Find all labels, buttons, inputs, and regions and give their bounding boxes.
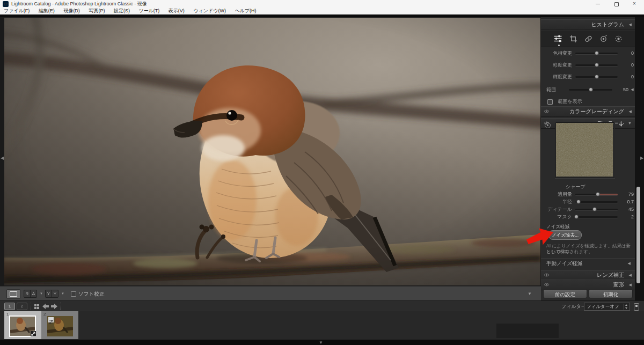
filter-switch-icon[interactable] (634, 303, 639, 311)
saturation-shift-value: 0 (621, 62, 635, 68)
detail-slider[interactable] (575, 209, 618, 210)
filter-dropdown[interactable]: フィルターオフ (584, 303, 630, 311)
panel-toggle-eye-icon[interactable] (544, 273, 550, 277)
close-button[interactable]: × (625, 0, 643, 8)
reference-view-button[interactable]: RA (24, 290, 37, 298)
loupe-view-button[interactable] (6, 289, 20, 299)
redeye-icon[interactable] (599, 35, 608, 43)
masking-icon[interactable] (614, 35, 623, 43)
menu-edit[interactable]: 編集(E) (39, 8, 55, 14)
panel-toggle-eye-icon[interactable] (544, 109, 550, 114)
masking-value: 2 (621, 214, 635, 219)
amount-red-zone (598, 194, 618, 195)
sharpen-amount-row: 適用量 79 (541, 190, 635, 198)
heal-icon[interactable] (584, 35, 592, 43)
radius-slider[interactable] (575, 201, 618, 203)
detail-label: ディテール (541, 206, 575, 213)
crop-icon[interactable] (569, 35, 577, 43)
color-grading-panel-header[interactable]: カラーグレーディング ◀ (541, 106, 635, 117)
amount-slider[interactable] (575, 194, 618, 195)
reference-view-dropdown[interactable]: ▼ (40, 287, 43, 301)
filmstrip: 1 2 (0, 311, 644, 340)
saturation-shift-label: 彩度変更 (541, 62, 575, 69)
manual-noise-reduction-label: 手動ノイズ軽減 (546, 259, 582, 268)
loupe-icon (10, 291, 17, 297)
before-after-dropdown[interactable]: ▼ (61, 287, 64, 301)
detail-zoom-target-icon[interactable] (545, 122, 551, 128)
saturation-shift-slider[interactable] (575, 64, 618, 66)
range-slider[interactable] (569, 89, 612, 91)
hue-shift-row: 色相変更 0 (541, 49, 635, 57)
filmstrip-thumbnail-1[interactable]: 1 (4, 311, 41, 339)
previous-settings-button[interactable]: 前の設定 (543, 289, 587, 298)
photo-canvas[interactable] (4, 18, 540, 285)
second-window-button[interactable]: 2 (17, 303, 27, 310)
filmstrip-header: 1 2 フィルター: フィルターオフ (0, 300, 644, 312)
show-left-panel-arrow[interactable]: ◀ (1, 156, 4, 161)
minimize-button[interactable] (589, 0, 607, 8)
lens-corrections-panel-header[interactable]: レンズ補正 ◀ (541, 270, 635, 281)
sharpen-detail-row: ディテール 45 (541, 205, 635, 213)
hide-filmstrip-arrow[interactable]: ▼ (319, 340, 323, 345)
main-window-button[interactable]: 1 (4, 303, 15, 310)
reset-button[interactable]: 初期化 (589, 289, 633, 298)
menu-settings[interactable]: 設定(S) (114, 8, 130, 14)
filmstrip-thumbnail-2[interactable]: 2 (41, 311, 78, 339)
range-expand-icon[interactable]: ◀ (630, 87, 635, 92)
window-title: Lightroom Catalog - Adobe Photoshop Ligh… (11, 0, 147, 8)
filter-value: フィルターオフ (587, 303, 619, 310)
hue-shift-value: 0 (621, 50, 635, 56)
before-after-button[interactable]: YY (45, 290, 58, 298)
menu-file[interactable]: ファイル(F) (4, 8, 30, 14)
menu-develop[interactable]: 現像(D) (63, 8, 80, 14)
toolbar: RA ▼ YY ▼ ソフト校正 ▼ (0, 286, 541, 301)
basic-adjust-icon[interactable] (553, 34, 562, 43)
minimize-icon (596, 4, 600, 4)
menu-photo[interactable]: 写真(P) (89, 8, 105, 14)
toolbar-content-dropdown[interactable]: ▼ (528, 287, 532, 301)
histogram-panel-header[interactable]: ヒストグラム ◀ (541, 19, 635, 30)
right-panel: ヒストグラム ◀ 色相変更 (541, 17, 635, 300)
menu-tools[interactable]: ツール(T) (138, 8, 159, 14)
title-bar: Lr Lightroom Catalog - Adobe Photoshop L… (0, 0, 644, 8)
luminance-shift-value: 0 (621, 74, 635, 79)
luminance-shift-slider[interactable] (575, 76, 618, 78)
radius-value: 0.7 (621, 199, 635, 204)
masking-slider[interactable] (575, 216, 618, 218)
denoise-description-line2: として保存されます。 (546, 249, 632, 255)
sharpen-section-label: シャープ (566, 183, 586, 190)
hue-shift-label: 色相変更 (541, 50, 575, 57)
menu-window[interactable]: ウィンドウ(W) (193, 8, 226, 14)
adjustment-badge-icon[interactable] (31, 331, 36, 336)
saturation-shift-row: 彩度変更 0 (541, 61, 635, 69)
range-row: 範囲 50 ◀ (541, 86, 635, 93)
menu-view[interactable]: 表示(V) (169, 8, 185, 14)
go-back-icon[interactable] (42, 304, 49, 309)
show-range-checkbox[interactable] (547, 99, 553, 105)
divider (60, 303, 61, 310)
masking-label: マスク (541, 214, 575, 221)
hue-shift-slider[interactable] (575, 53, 618, 54)
collapse-icon: ◀ (629, 270, 632, 280)
amount-value: 79 (621, 192, 635, 197)
hide-right-panel-arrow[interactable]: ▶ (640, 156, 643, 161)
lightroom-app-icon: Lr (3, 1, 9, 7)
preview-collapse-icon[interactable]: ▼ (619, 123, 623, 127)
noise-preview-image (556, 123, 613, 177)
thumb-index: 1 (6, 312, 9, 317)
expand-icon: ▼ (628, 119, 632, 128)
manual-noise-reduction-header[interactable]: 手動ノイズ軽減 ◀ (541, 258, 635, 268)
maximize-button[interactable] (607, 0, 625, 8)
detail-preview[interactable] (555, 122, 614, 178)
panel-toggle-eye-icon[interactable] (544, 282, 550, 287)
main-image-area: ◀ (0, 17, 541, 286)
panel-scrollbar[interactable] (636, 187, 640, 283)
transform-panel-header[interactable]: 変形 ◀ (541, 280, 635, 290)
stack-badge-icon[interactable] (48, 317, 54, 322)
menu-help[interactable]: ヘルプ(H) (235, 8, 256, 14)
sharpen-masking-row: マスク 2 (541, 213, 635, 221)
luminance-shift-label: 輝度変更 (541, 74, 575, 80)
go-forward-icon[interactable] (51, 304, 57, 309)
soft-proof-checkbox[interactable] (71, 291, 76, 297)
grid-view-icon[interactable] (34, 304, 39, 309)
